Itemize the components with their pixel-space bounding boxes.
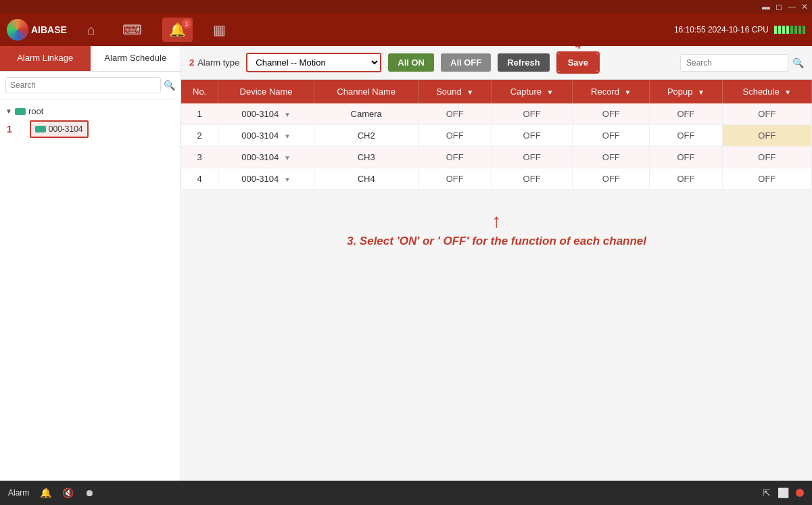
cell-sound[interactable]: OFF	[419, 168, 491, 190]
cell-capture[interactable]: OFF	[491, 147, 572, 168]
table-row: 1 000-3104 ▼ Camera OFF OFF OFF OFF OFF	[181, 103, 812, 125]
cell-popup[interactable]: OFF	[650, 168, 722, 190]
tab-alarm-schedule[interactable]: Alarm Schedule	[91, 46, 181, 71]
col-capture: Capture ▼	[491, 80, 572, 103]
tree-device-item[interactable]: 000-3104	[30, 120, 89, 138]
table-row: 4 000-3104 ▼ CH4 OFF OFF OFF OFF OFF	[181, 168, 812, 190]
tree-root-item: ▼ root	[4, 103, 176, 119]
cell-record[interactable]: OFF	[573, 103, 650, 125]
toolbar-search-icon[interactable]: 🔍	[792, 57, 804, 68]
logo-text: AIBASE	[31, 24, 67, 35]
toolbar-search-input[interactable]	[680, 54, 788, 72]
instruction-text: 3. Select 'ON' or ' OFF' for the functio…	[347, 235, 646, 247]
table-row: 2 000-3104 ▼ CH2 OFF OFF OFF OFF OFF	[181, 125, 812, 147]
cell-device: 000-3104 ▼	[218, 147, 314, 168]
cell-sound[interactable]: OFF	[419, 125, 491, 147]
cell-record[interactable]: OFF	[573, 168, 650, 190]
cell-capture[interactable]: OFF	[491, 103, 572, 125]
cell-capture[interactable]: OFF	[491, 125, 572, 147]
maximize-icon[interactable]: —	[788, 2, 796, 11]
sidebar-search-input[interactable]	[5, 77, 161, 93]
cpu-bar	[774, 26, 805, 34]
cpu-seg-4	[786, 26, 789, 34]
nav-bell-icon[interactable]: 🔔 1	[162, 18, 193, 42]
alarm-type-select[interactable]: Channel -- Motion	[246, 53, 381, 72]
record-off-icon[interactable]: ⏺	[85, 487, 94, 498]
sidebar-search-icon[interactable]: 🔍	[164, 80, 175, 91]
col-no: No.	[181, 80, 218, 103]
device-dropdown-icon[interactable]: ▼	[284, 154, 291, 162]
minimize-icon[interactable]: ▬	[762, 2, 770, 11]
cpu-seg-1	[774, 26, 777, 34]
sidebar: Alarm Linkage Alarm Schedule 🔍 ▼ root 1 …	[0, 46, 181, 481]
cpu-seg-8	[803, 26, 805, 34]
cell-device: 000-3104 ▼	[218, 103, 314, 125]
alarm-type-label: 2 Alarm type	[189, 57, 239, 68]
device-dropdown-icon[interactable]: ▼	[284, 111, 291, 118]
device-dropdown-icon[interactable]: ▼	[284, 133, 291, 140]
status-bar: Alarm 🔔 🔇 ⏺ ⇱ ⬜	[0, 481, 812, 505]
logo: AIBASE	[7, 19, 67, 41]
sidebar-search-bar: 🔍	[0, 72, 181, 99]
nav-bell-badge: 1	[182, 19, 191, 28]
col-channel-name: Channel Name	[314, 80, 419, 103]
cell-capture[interactable]: OFF	[491, 168, 572, 190]
cpu-seg-6	[794, 26, 797, 34]
cell-popup[interactable]: OFF	[650, 103, 722, 125]
cell-popup[interactable]: OFF	[650, 125, 722, 147]
top-nav: AIBASE ⌂ ⌨ 🔔 1 ▦ 16:10:55 2024-10-16 CPU	[0, 14, 812, 46]
device-name: 000-3104	[49, 124, 83, 134]
cell-record[interactable]: OFF	[573, 147, 650, 168]
cpu-seg-3	[782, 26, 785, 34]
sound-off-icon[interactable]: 🔇	[62, 487, 74, 498]
cell-schedule[interactable]: OFF	[722, 103, 811, 125]
col-device-name: Device Name	[218, 80, 314, 103]
cell-schedule[interactable]: OFF	[722, 168, 811, 190]
arrow-up-icon: ↑	[195, 210, 798, 232]
tree-arrow-icon: ▼	[5, 107, 12, 115]
status-nav-icon[interactable]: ⇱	[763, 487, 771, 498]
bell-small-icon[interactable]: 🔔	[40, 487, 51, 498]
all-on-button[interactable]: All ON	[388, 53, 434, 72]
col-sound: Sound ▼	[419, 80, 491, 103]
step2-label: 2	[189, 57, 194, 68]
save-button[interactable]: Save	[558, 53, 598, 72]
all-off-button[interactable]: All OFF	[441, 53, 491, 72]
title-bar: ▬ ◻ — ✕	[0, 0, 812, 14]
cell-no: 1	[181, 103, 218, 125]
col-record: Record ▼	[573, 80, 650, 103]
cpu-seg-5	[790, 26, 793, 34]
device-icon	[35, 126, 46, 133]
cell-sound[interactable]: OFF	[419, 103, 491, 125]
refresh-button[interactable]: Refresh	[498, 53, 549, 72]
cell-sound[interactable]: OFF	[419, 147, 491, 168]
cell-device: 000-3104 ▼	[218, 125, 314, 147]
cell-schedule[interactable]: OFF	[722, 125, 811, 147]
cpu-seg-2	[778, 26, 781, 34]
table-row: 3 000-3104 ▼ CH3 OFF OFF OFF OFF OFF	[181, 147, 812, 168]
cell-schedule[interactable]: OFF	[722, 147, 811, 168]
col-popup: Popup ▼	[650, 80, 722, 103]
logo-circle	[7, 19, 28, 41]
content-area: 2 Alarm type Channel -- Motion All ON Al…	[181, 46, 812, 481]
datetime-display: 16:10:55 2024-10-16 CPU	[674, 25, 769, 34]
main-layout: Alarm Linkage Alarm Schedule 🔍 ▼ root 1 …	[0, 46, 812, 481]
save-btn-wrapper: 4 Save	[556, 51, 600, 74]
nav-home-icon[interactable]: ⌂	[80, 18, 102, 42]
nav-grid-icon[interactable]: ▦	[206, 18, 233, 42]
alarm-table: No. Device Name Channel Name Sound ▼ Cap…	[181, 80, 812, 190]
root-device-icon	[15, 108, 26, 115]
close-icon[interactable]: ✕	[801, 2, 808, 11]
restore-icon[interactable]: ◻	[775, 2, 782, 11]
col-schedule: Schedule ▼	[722, 80, 811, 103]
cell-channel: CH2	[314, 125, 419, 147]
device-dropdown-icon[interactable]: ▼	[284, 176, 291, 183]
status-window-icon[interactable]: ⬜	[778, 487, 789, 498]
red-dot-icon	[796, 489, 804, 497]
cell-popup[interactable]: OFF	[650, 147, 722, 168]
cell-record[interactable]: OFF	[573, 125, 650, 147]
tab-alarm-linkage[interactable]: Alarm Linkage	[0, 46, 91, 71]
nav-keyboard-icon[interactable]: ⌨	[116, 18, 149, 42]
cell-channel: CH4	[314, 168, 419, 190]
cell-no: 2	[181, 125, 218, 147]
